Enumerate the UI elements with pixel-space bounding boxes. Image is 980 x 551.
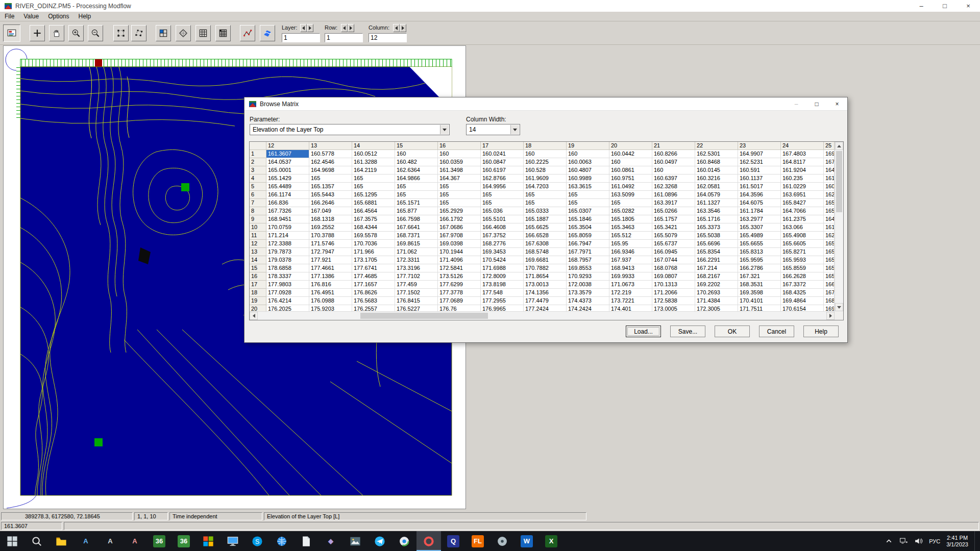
- grid-cell[interactable]: 169.4864: [781, 297, 824, 305]
- grid-cell[interactable]: 169.8553: [567, 264, 609, 272]
- grid-cell[interactable]: 164.: [824, 166, 835, 174]
- grid-cell[interactable]: 165: [524, 199, 567, 207]
- grid-cell[interactable]: 176.5683: [352, 297, 395, 305]
- grid-cell[interactable]: 166.2628: [781, 272, 824, 281]
- grid-cell[interactable]: 173.0013: [524, 281, 567, 289]
- grid-cell[interactable]: 169.: [824, 150, 835, 158]
- grid-cell[interactable]: 164.7203: [524, 183, 567, 191]
- dialog-minimize-button[interactable]: –: [786, 97, 806, 110]
- grid-cell[interactable]: 165.3421: [652, 223, 695, 232]
- grid-cell[interactable]: 168.9413: [609, 264, 652, 272]
- vertical-scrollbar[interactable]: [835, 142, 843, 311]
- taskbar-photos-icon[interactable]: [343, 531, 368, 551]
- grid-cell[interactable]: 169.5578: [352, 232, 395, 240]
- grid-cell[interactable]: 165: [438, 199, 481, 207]
- grid-cell[interactable]: 165: [567, 191, 609, 199]
- grid-cell[interactable]: 173.7221: [609, 297, 652, 305]
- grid-cell[interactable]: 162.5301: [695, 150, 738, 158]
- grid-cell[interactable]: 165.1357: [309, 183, 352, 191]
- grid-cell[interactable]: 169.3453: [481, 248, 524, 256]
- grid-cell[interactable]: 173.0005: [652, 305, 695, 311]
- grid-cell[interactable]: 166.1174: [266, 191, 309, 199]
- grid-cell[interactable]: 174.401: [609, 305, 652, 311]
- parameter-select[interactable]: Elevation of the Layer Top: [250, 124, 450, 135]
- grid-cell[interactable]: 165.4908: [781, 232, 824, 240]
- grid-cell[interactable]: 165.: [824, 256, 835, 264]
- cancel-button[interactable]: Cancel: [759, 325, 794, 337]
- grid-cell[interactable]: 177.6299: [438, 281, 481, 289]
- polyline-icon[interactable]: [240, 25, 255, 41]
- grid-cell[interactable]: 171.2066: [652, 289, 695, 297]
- grid-cell[interactable]: 177.7102: [395, 272, 438, 281]
- grid-cell[interactable]: 168.7371: [395, 232, 438, 240]
- grid-cell[interactable]: 160.9989: [567, 174, 609, 183]
- grid-cell[interactable]: 171.7511: [738, 305, 781, 311]
- move-vertex-icon[interactable]: [113, 25, 129, 41]
- grid-cell[interactable]: 165.8059: [567, 232, 609, 240]
- grid-cell[interactable]: 165.6655: [738, 240, 781, 248]
- grid-cell[interactable]: 176.4951: [309, 289, 352, 297]
- grid-cell[interactable]: 160: [524, 150, 567, 158]
- grid-cell[interactable]: 166.0945: [652, 248, 695, 256]
- grid-cell[interactable]: 164.9866: [395, 174, 438, 183]
- grid-cell[interactable]: 176.5227: [395, 305, 438, 311]
- grid-cell[interactable]: 161.0492: [609, 183, 652, 191]
- grid-cell[interactable]: 161.2375: [781, 215, 824, 223]
- grid-cell[interactable]: 172.5838: [652, 297, 695, 305]
- grid-cell[interactable]: 177.2955: [481, 297, 524, 305]
- help-button[interactable]: Help: [803, 325, 839, 337]
- grid-cell[interactable]: 167.7971: [567, 248, 609, 256]
- grid-cell[interactable]: 166.2291: [695, 256, 738, 264]
- grid-cell[interactable]: 169.6681: [524, 256, 567, 264]
- zoom-out-icon[interactable]: [88, 25, 103, 41]
- layer-input[interactable]: [282, 33, 320, 42]
- grid-cell[interactable]: 165.8313: [738, 248, 781, 256]
- grid-cell[interactable]: 168.1318: [309, 215, 352, 223]
- grid-cell[interactable]: 177.2424: [524, 305, 567, 311]
- crosshair-plus-icon[interactable]: [30, 25, 45, 41]
- grid-cell[interactable]: 168.9451: [266, 215, 309, 223]
- grid-cell[interactable]: 172.8009: [481, 272, 524, 281]
- grid-cell[interactable]: 174.4373: [567, 297, 609, 305]
- grid-cell[interactable]: 166.2646: [309, 199, 352, 207]
- taskbar-app-a-red-icon[interactable]: A: [122, 531, 147, 551]
- menu-file[interactable]: File: [0, 12, 19, 21]
- grid-cell[interactable]: 165.: [824, 264, 835, 272]
- grid-cell[interactable]: 165: [567, 199, 609, 207]
- grid-cell[interactable]: 170.1313: [652, 281, 695, 289]
- grid-cell[interactable]: 171.062: [395, 248, 438, 256]
- grid-cell[interactable]: 165.3463: [609, 223, 652, 232]
- minimize-button[interactable]: –: [910, 0, 933, 12]
- taskbar-browser-circle-icon[interactable]: [392, 531, 416, 551]
- grid-cell[interactable]: 168.3531: [738, 281, 781, 289]
- taskbar-app-monitor-icon[interactable]: [220, 531, 245, 551]
- grid-cell[interactable]: 164.8117: [781, 158, 824, 166]
- grid-cell[interactable]: 167.0686: [438, 223, 481, 232]
- grid-cell[interactable]: 165.8427: [781, 199, 824, 207]
- grid-cell[interactable]: 168.0768: [652, 264, 695, 272]
- grid-cell[interactable]: 177.1386: [309, 272, 352, 281]
- grid-cell[interactable]: 176.4214: [266, 297, 309, 305]
- grid-cell[interactable]: 172.3311: [395, 256, 438, 264]
- grid-cell[interactable]: 160.0241: [481, 150, 524, 158]
- scroll-down-icon[interactable]: [835, 303, 843, 311]
- cell-edit-icon[interactable]: [156, 25, 171, 41]
- grid-cell[interactable]: 168.2776: [481, 240, 524, 248]
- grid-cell[interactable]: 172.219: [609, 289, 652, 297]
- grid-cell[interactable]: 165: [609, 199, 652, 207]
- grid-cell[interactable]: 165: [438, 191, 481, 199]
- taskbar-telegram-icon[interactable]: [368, 531, 392, 551]
- grid-cell[interactable]: 169.2202: [695, 281, 738, 289]
- grid-cell[interactable]: 164.9698: [309, 166, 352, 174]
- grid-cell[interactable]: 176.2557: [352, 305, 395, 311]
- grid-cell[interactable]: 160: [438, 150, 481, 158]
- taskbar-excel-icon[interactable]: X: [539, 531, 564, 551]
- grid-cell[interactable]: 165.8354: [695, 248, 738, 256]
- grid-cell[interactable]: 168.: [824, 297, 835, 305]
- grid-cell[interactable]: 165.6605: [781, 240, 824, 248]
- grid-cell[interactable]: 160.235: [781, 174, 824, 183]
- grid-cell[interactable]: 161.1327: [695, 199, 738, 207]
- grid-cell[interactable]: 165.512: [609, 232, 652, 240]
- grid-cell[interactable]: 162.5231: [738, 158, 781, 166]
- grid-cell[interactable]: 165.1295: [352, 191, 395, 199]
